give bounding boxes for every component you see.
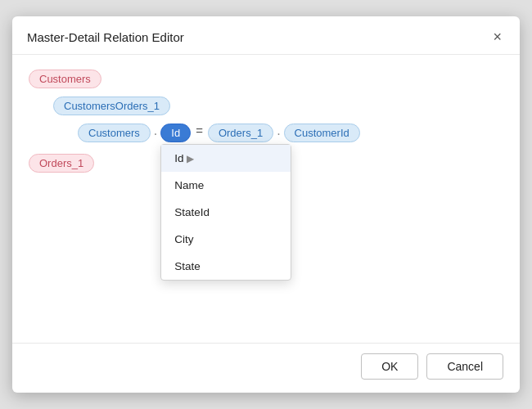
dialog-title: Master-Detail Relation Editor [27,30,184,44]
customer-id-chip[interactable]: CustomerId [284,124,360,142]
dropdown-item-city[interactable]: City [161,226,291,253]
orders-master-chip[interactable]: Orders_1 [29,154,94,173]
close-button[interactable]: × [489,28,505,46]
dropdown-item-id[interactable]: Id ▶ [161,145,291,172]
ok-button[interactable]: OK [361,353,418,380]
customers-detail-chip[interactable]: Customers [78,124,151,142]
relation-name-chip[interactable]: CustomersOrders_1 [53,97,170,115]
equals-sign: = [196,124,203,137]
orders-table-chip[interactable]: Orders_1 [208,124,273,142]
dropdown-item-name[interactable]: Name [161,172,291,199]
dot-sep-1: . [154,124,157,138]
cancel-button[interactable]: Cancel [426,353,503,380]
master-detail-dialog: Master-Detail Relation Editor × Customer… [12,16,520,393]
relation-name-row: CustomersOrders_1 [53,97,503,115]
id-field-chip[interactable]: Id [160,124,191,142]
dropdown-item-stateid[interactable]: StateId [161,199,291,226]
customers-master-chip[interactable]: Customers [29,70,101,88]
relation-fields-row: Customers . Id Id ▶ Name StateId City St… [78,124,503,142]
dialog-titlebar: Master-Detail Relation Editor × [12,16,520,55]
dropdown-item-state[interactable]: State [161,253,291,280]
customers-master-row: Customers [29,70,503,88]
dialog-body: Customers CustomersOrders_1 Customers . … [12,55,520,343]
dialog-footer: OK Cancel [12,343,520,393]
dot-sep-2: . [277,124,280,138]
id-field-dropdown[interactable]: Id Id ▶ Name StateId City State [160,124,191,142]
field-dropdown-menu: Id ▶ Name StateId City State [160,144,291,281]
